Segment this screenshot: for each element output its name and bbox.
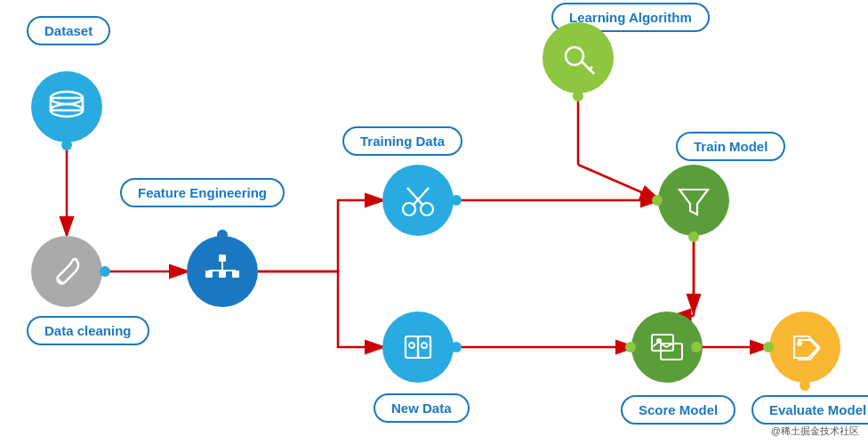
feature-engineering-node — [187, 236, 258, 307]
diagram-container: Dataset Data cleaning Feature Engineerin… — [0, 0, 868, 445]
train-model-left-dot — [652, 195, 663, 206]
dataset-node — [31, 71, 102, 142]
svg-rect-29 — [406, 336, 418, 358]
evaluate-model-node — [769, 312, 840, 383]
svg-rect-18 — [219, 255, 226, 262]
training-data-dot — [451, 195, 462, 206]
watermark: @稀土掘金技术社区 — [771, 425, 859, 438]
svg-marker-36 — [679, 190, 708, 214]
dataset-label: Dataset — [27, 16, 110, 45]
train-model-label: Train Model — [676, 132, 785, 161]
learning-alg-bottom-dot — [573, 91, 583, 101]
dataset-dot — [61, 140, 72, 150]
svg-line-35 — [589, 67, 592, 70]
svg-point-33 — [566, 47, 583, 65]
data-cleaning-dot — [100, 266, 110, 277]
new-data-label: New Data — [374, 393, 470, 423]
svg-rect-21 — [232, 271, 239, 278]
train-model-node — [658, 165, 729, 236]
score-model-left-dot — [625, 342, 636, 352]
training-data-label: Training Data — [342, 126, 462, 156]
data-cleaning-node — [31, 236, 102, 307]
evaluate-model-bottom-dot — [800, 380, 810, 391]
new-data-node — [382, 312, 454, 383]
data-cleaning-label: Data cleaning — [27, 316, 149, 345]
svg-point-40 — [797, 341, 802, 346]
training-data-node — [382, 165, 454, 236]
svg-point-32 — [422, 343, 427, 348]
svg-rect-19 — [205, 271, 213, 278]
score-model-label: Score Model — [621, 395, 735, 425]
svg-rect-30 — [418, 336, 430, 358]
train-model-bottom-dot — [688, 231, 699, 242]
feature-engineering-label: Feature Engineering — [120, 178, 285, 207]
svg-point-31 — [409, 343, 414, 348]
feature-eng-top-dot — [217, 230, 228, 240]
evaluate-model-left-dot — [763, 342, 774, 352]
score-model-right-dot — [691, 342, 702, 352]
new-data-right-dot — [451, 342, 462, 352]
evaluate-model-label: Evaluate Model — [751, 395, 868, 425]
svg-rect-20 — [219, 271, 226, 278]
learning-algorithm-node — [542, 22, 614, 93]
